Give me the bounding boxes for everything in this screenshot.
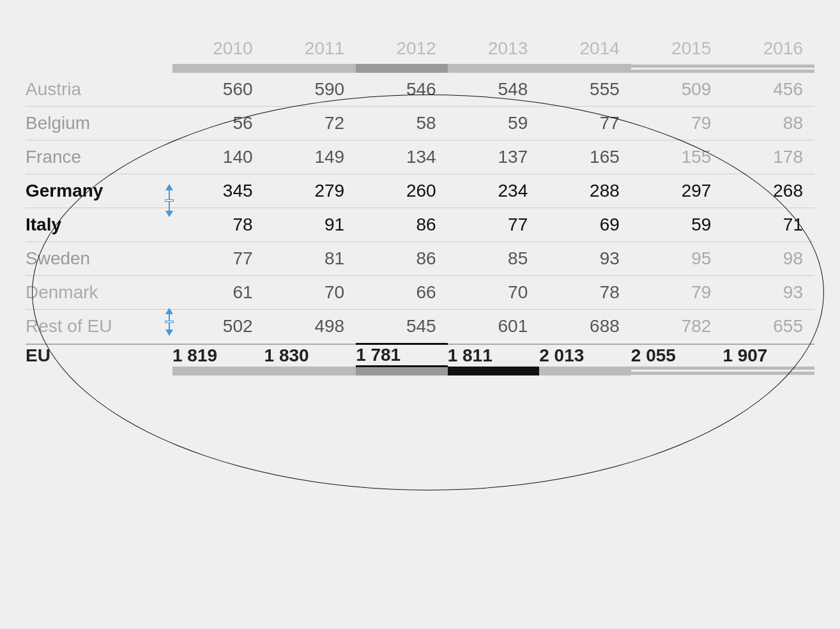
data-table: 2010 2011 2012 2013 2014 2015 2016 <box>26 38 814 375</box>
row-value: 149 <box>264 140 356 174</box>
row-label: Austria <box>26 73 172 107</box>
table-row: Germany345279260234288297268 <box>26 174 814 208</box>
a-annotation <box>165 184 174 217</box>
header-bar-2013 <box>448 64 540 73</box>
row-value: 70 <box>264 276 356 310</box>
row-value: 560 <box>172 73 264 107</box>
row-value: 79 <box>631 107 723 140</box>
row-value: 655 <box>722 310 814 344</box>
row-label: Denmark <box>26 276 172 310</box>
row-value: 456 <box>722 73 814 107</box>
h-arrow-down <box>165 330 173 336</box>
main-container: 2010 2011 2012 2013 2014 2015 2016 <box>0 0 840 629</box>
table-row: France140149134137165155178 <box>26 140 814 174</box>
row-value: 91 <box>264 208 356 242</box>
footer-bar-2010 <box>172 367 264 375</box>
row-value: 502 <box>172 310 264 344</box>
row-value: 155 <box>631 140 723 174</box>
a-arrow-down <box>165 211 173 217</box>
row-value: 98 <box>722 242 814 276</box>
row-value: 88 <box>722 107 814 140</box>
eu-2012: 1 781 <box>356 344 448 367</box>
footer-bar-2016 <box>722 367 814 375</box>
header-bar-row <box>26 64 814 73</box>
row-value: 79 <box>631 276 723 310</box>
row-value: 555 <box>539 73 631 107</box>
table-row: Austria560590546548555509456 <box>26 73 814 107</box>
row-label: Belgium <box>26 107 172 140</box>
row-value: 137 <box>448 140 540 174</box>
row-value: 93 <box>722 276 814 310</box>
a-arrow-line-top <box>169 190 170 199</box>
row-value: 134 <box>356 140 448 174</box>
row-value: 56 <box>172 107 264 140</box>
a-arrow-line-bottom <box>169 202 170 211</box>
row-value: 601 <box>448 310 540 344</box>
col-2012-header: 2012 <box>356 38 448 64</box>
row-value: 345 <box>172 174 264 208</box>
h-annotation <box>165 308 174 336</box>
col-2010-header: 2010 <box>172 38 264 64</box>
row-value: 77 <box>448 208 540 242</box>
row-label: Germany <box>26 174 172 208</box>
row-value: 548 <box>448 73 540 107</box>
row-label: Italy <box>26 208 172 242</box>
header-bar-2016 <box>722 64 814 73</box>
row-label: France <box>26 140 172 174</box>
row-label: Rest of EU <box>26 310 172 344</box>
col-2015-header: 2015 <box>631 38 723 64</box>
col-2011-header: 2011 <box>264 38 356 64</box>
row-value: 509 <box>631 73 723 107</box>
row-value: 58 <box>356 107 448 140</box>
eu-2013: 1 811 <box>448 344 540 367</box>
col-2014-header: 2014 <box>539 38 631 64</box>
row-value: 61 <box>172 276 264 310</box>
row-value: 545 <box>356 310 448 344</box>
row-value: 59 <box>448 107 540 140</box>
row-value: 77 <box>539 107 631 140</box>
row-value: 178 <box>722 140 814 174</box>
row-value: 71 <box>722 208 814 242</box>
header-bar-2015 <box>631 64 723 73</box>
row-value: 260 <box>356 174 448 208</box>
row-value: 86 <box>356 242 448 276</box>
col-label-header <box>26 38 172 64</box>
header-bar-2010 <box>172 64 264 73</box>
row-value: 69 <box>539 208 631 242</box>
footer-bar-2013 <box>448 367 540 375</box>
row-value: 93 <box>539 242 631 276</box>
footer-bar-row <box>26 367 814 375</box>
table-wrapper: 2010 2011 2012 2013 2014 2015 2016 <box>26 38 814 375</box>
table-row: Denmark61706670787993 <box>26 276 814 310</box>
row-value: 95 <box>631 242 723 276</box>
row-value: 81 <box>264 242 356 276</box>
row-value: 279 <box>264 174 356 208</box>
header-bar-label <box>26 64 172 73</box>
row-value: 59 <box>631 208 723 242</box>
table-row: Italy78918677695971 <box>26 208 814 242</box>
col-2013-header: 2013 <box>448 38 540 64</box>
h-arrow-line-bottom <box>169 323 170 330</box>
row-value: 78 <box>539 276 631 310</box>
eu-total-row: EU 1 819 1 830 1 781 1 811 2 013 2 055 1… <box>26 344 814 367</box>
row-value: 66 <box>356 276 448 310</box>
row-value: 782 <box>631 310 723 344</box>
a-arrow-up <box>165 184 173 190</box>
eu-2014: 2 013 <box>539 344 631 367</box>
row-value: 498 <box>264 310 356 344</box>
h-arrow-up <box>165 308 173 314</box>
table-row: Rest of EU502498545601688782655 <box>26 310 814 344</box>
row-value: 297 <box>631 174 723 208</box>
footer-bar-2012 <box>356 367 448 375</box>
row-value: 288 <box>539 174 631 208</box>
row-value: 165 <box>539 140 631 174</box>
col-2016-header: 2016 <box>722 38 814 64</box>
row-value: 77 <box>172 242 264 276</box>
row-label: Sweden <box>26 242 172 276</box>
header-bar-2012 <box>356 64 448 73</box>
row-value: 70 <box>448 276 540 310</box>
row-value: 546 <box>356 73 448 107</box>
table-row: Belgium56725859777988 <box>26 107 814 140</box>
row-value: 268 <box>722 174 814 208</box>
eu-label: EU <box>26 344 172 367</box>
